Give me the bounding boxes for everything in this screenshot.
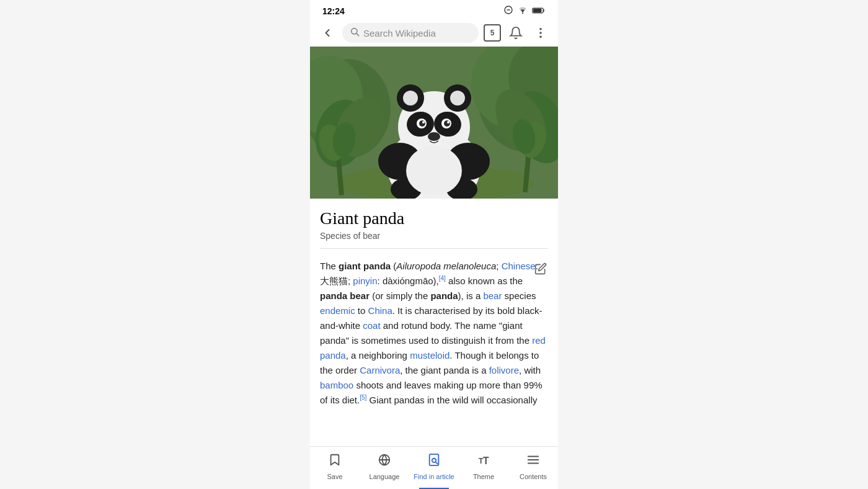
svg-point-34 bbox=[447, 121, 450, 123]
article-content: Giant panda Species of bear The giant pa… bbox=[310, 47, 558, 446]
article-header: Giant panda Species of bear bbox=[310, 199, 558, 249]
svg-point-25 bbox=[403, 91, 418, 105]
theme-icon: T T bbox=[477, 453, 490, 470]
save-icon bbox=[328, 453, 342, 470]
bottom-nav-find[interactable]: Find in article bbox=[409, 451, 459, 483]
find-label: Find in article bbox=[414, 473, 454, 480]
do-not-disturb-icon bbox=[503, 5, 513, 17]
svg-point-8 bbox=[539, 32, 542, 34]
find-icon bbox=[427, 453, 441, 470]
search-bar[interactable]: Search Wikipedia bbox=[342, 23, 479, 43]
bottom-nav-contents[interactable]: Contents bbox=[508, 451, 558, 483]
tab-count-button[interactable]: 5 bbox=[484, 24, 501, 42]
phone-frame: 12:24 bbox=[310, 0, 558, 489]
theme-label: Theme bbox=[473, 473, 494, 480]
top-nav: Search Wikipedia 5 bbox=[310, 19, 558, 47]
svg-point-26 bbox=[450, 91, 465, 105]
svg-point-35 bbox=[428, 132, 440, 141]
contents-icon bbox=[526, 453, 540, 470]
language-icon bbox=[378, 453, 391, 470]
bold-panda: panda bbox=[430, 290, 458, 301]
bold-giant-panda: giant panda bbox=[339, 261, 391, 271]
svg-line-51 bbox=[436, 462, 437, 464]
svg-point-7 bbox=[539, 28, 542, 30]
link-pinyin[interactable]: pinyin bbox=[353, 276, 377, 286]
link-endemic[interactable]: endemic bbox=[320, 305, 355, 316]
bottom-nav-theme[interactable]: T T Theme bbox=[459, 451, 508, 483]
svg-point-31 bbox=[419, 120, 425, 127]
back-button[interactable] bbox=[317, 23, 337, 43]
svg-point-2 bbox=[522, 12, 523, 14]
bottom-nav: Save Language Find in article bbox=[310, 446, 558, 489]
hero-image bbox=[310, 47, 558, 199]
link-folivore[interactable]: folivore bbox=[489, 365, 519, 375]
svg-point-33 bbox=[422, 121, 425, 123]
edit-button[interactable] bbox=[531, 259, 551, 279]
bottom-nav-language[interactable]: Language bbox=[360, 451, 409, 483]
link-carnivora[interactable]: Carnivora bbox=[360, 365, 400, 375]
link-china[interactable]: China bbox=[368, 305, 392, 316]
svg-point-50 bbox=[432, 459, 436, 462]
article-paragraph: The giant panda (Ailuropoda melanoleuca;… bbox=[320, 259, 548, 408]
link-coat[interactable]: coat bbox=[363, 320, 380, 331]
contents-label: Contents bbox=[520, 473, 547, 480]
article-body: The giant panda (Ailuropoda melanoleuca;… bbox=[310, 259, 558, 420]
svg-point-40 bbox=[406, 146, 462, 195]
status-icons bbox=[503, 5, 546, 17]
citation-5[interactable]: [5] bbox=[360, 394, 366, 401]
svg-point-9 bbox=[539, 36, 542, 38]
link-bamboo[interactable]: bamboo bbox=[320, 380, 353, 390]
article-title: Giant panda bbox=[310, 199, 558, 231]
wifi-icon bbox=[517, 6, 528, 16]
language-label: Language bbox=[370, 473, 400, 480]
italic-scientific-name: Ailuropoda melanoleuca bbox=[396, 261, 496, 271]
svg-point-32 bbox=[444, 120, 450, 127]
link-bear[interactable]: bear bbox=[483, 290, 502, 301]
search-input[interactable]: Search Wikipedia bbox=[363, 28, 436, 38]
more-button[interactable] bbox=[531, 23, 551, 43]
svg-rect-4 bbox=[533, 9, 541, 12]
battery-icon bbox=[532, 6, 546, 16]
save-label: Save bbox=[327, 473, 342, 480]
status-bar: 12:24 bbox=[310, 0, 558, 19]
citation-4[interactable]: [4] bbox=[439, 275, 446, 282]
bottom-nav-save[interactable]: Save bbox=[310, 451, 360, 483]
notification-button[interactable] bbox=[506, 23, 526, 43]
divider bbox=[320, 248, 548, 249]
bold-panda-bear: panda bear bbox=[320, 290, 370, 301]
link-musteloid[interactable]: musteloid bbox=[410, 350, 450, 361]
svg-line-6 bbox=[356, 34, 359, 36]
svg-text:T: T bbox=[483, 455, 489, 466]
search-icon bbox=[350, 27, 360, 39]
article-subtitle: Species of bear bbox=[310, 231, 558, 248]
status-time: 12:24 bbox=[322, 6, 345, 16]
